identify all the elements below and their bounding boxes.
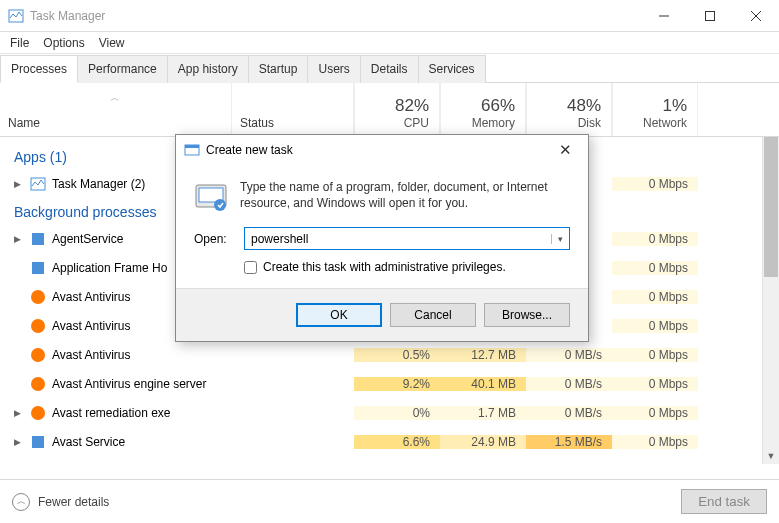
open-label: Open: <box>194 232 234 246</box>
process-name: Avast Antivirus <box>52 348 130 362</box>
process-name: Application Frame Ho <box>52 261 167 275</box>
process-name: Avast Service <box>52 435 125 449</box>
svg-rect-15 <box>185 145 199 148</box>
tab-processes[interactable]: Processes <box>0 55 78 83</box>
svg-rect-7 <box>32 262 44 274</box>
window-title: Task Manager <box>30 9 641 23</box>
menu-view[interactable]: View <box>99 36 125 50</box>
avast-icon <box>30 347 46 363</box>
table-row[interactable]: ▶ Avast remediation exe 0% 1.7 MB 0 MB/s… <box>0 398 779 427</box>
tab-users[interactable]: Users <box>308 55 360 83</box>
avast-icon <box>30 376 46 392</box>
close-button[interactable] <box>733 0 779 32</box>
expand-icon[interactable]: ▶ <box>14 408 24 418</box>
tabs: Processes Performance App history Startu… <box>0 54 779 83</box>
table-row[interactable]: Avast Antivirus engine server 9.2% 40.1 … <box>0 369 779 398</box>
col-disk[interactable]: 48% Disk <box>526 83 612 136</box>
svg-rect-13 <box>32 436 44 448</box>
create-task-dialog: Create new task ✕ Type the name of a pro… <box>175 134 589 342</box>
footer: ︿ Fewer details End task <box>0 479 779 523</box>
end-task-button[interactable]: End task <box>681 489 767 514</box>
scrollbar[interactable]: ▲ ▼ <box>762 137 779 464</box>
table-row[interactable]: ▶ Avast Service 6.6% 24.9 MB 1.5 MB/s 0 … <box>0 427 779 456</box>
tab-details[interactable]: Details <box>361 55 419 83</box>
svg-rect-2 <box>706 11 715 20</box>
process-name: Avast Antivirus <box>52 290 130 304</box>
app-icon <box>30 434 46 450</box>
tab-services[interactable]: Services <box>419 55 486 83</box>
process-name: Task Manager (2) <box>52 177 145 191</box>
svg-point-8 <box>31 290 45 304</box>
scroll-down-icon[interactable]: ▼ <box>763 447 779 464</box>
taskmanager-icon <box>30 176 46 192</box>
svg-point-9 <box>31 319 45 333</box>
app-icon <box>30 231 46 247</box>
col-name-label: Name <box>8 116 223 130</box>
col-cpu[interactable]: 82% CPU <box>354 83 440 136</box>
menu-options[interactable]: Options <box>43 36 84 50</box>
avast-icon <box>30 405 46 421</box>
open-input[interactable] <box>245 232 551 246</box>
column-headers: ︿ Name Status 82% CPU 66% Memory 48% Dis… <box>0 83 779 137</box>
menu-file[interactable]: File <box>10 36 29 50</box>
avast-icon <box>30 318 46 334</box>
expand-icon[interactable]: ▶ <box>14 437 24 447</box>
fewer-details-icon[interactable]: ︿ <box>12 493 30 511</box>
dialog-title: Create new task <box>206 143 550 157</box>
dialog-message: Type the name of a program, folder, docu… <box>240 179 570 213</box>
minimize-button[interactable] <box>641 0 687 32</box>
col-name[interactable]: ︿ Name <box>0 83 232 136</box>
chevron-down-icon[interactable]: ▾ <box>551 234 569 244</box>
svg-point-12 <box>31 406 45 420</box>
avast-icon <box>30 289 46 305</box>
cancel-button[interactable]: Cancel <box>390 303 476 327</box>
browse-button[interactable]: Browse... <box>484 303 570 327</box>
ok-button[interactable]: OK <box>296 303 382 327</box>
run-large-icon <box>194 179 228 213</box>
svg-rect-6 <box>32 233 44 245</box>
taskmanager-icon <box>8 8 24 24</box>
menubar: File Options View <box>0 32 779 54</box>
tab-startup[interactable]: Startup <box>249 55 309 83</box>
admin-label: Create this task with administrative pri… <box>263 260 506 274</box>
run-icon <box>184 142 200 158</box>
process-name: Avast Antivirus engine server <box>52 377 207 391</box>
open-combobox[interactable]: ▾ <box>244 227 570 250</box>
col-network[interactable]: 1% Network <box>612 83 698 136</box>
svg-point-18 <box>214 199 226 211</box>
titlebar: Task Manager <box>0 0 779 32</box>
scroll-thumb[interactable] <box>764 137 778 277</box>
app-icon <box>30 260 46 276</box>
fewer-details-link[interactable]: Fewer details <box>38 495 109 509</box>
sort-indicator-icon: ︿ <box>110 91 120 105</box>
process-name: Avast remediation exe <box>52 406 171 420</box>
process-name: AgentService <box>52 232 123 246</box>
expand-icon[interactable]: ▶ <box>14 179 24 189</box>
admin-checkbox[interactable] <box>244 261 257 274</box>
col-memory[interactable]: 66% Memory <box>440 83 526 136</box>
tab-apphistory[interactable]: App history <box>168 55 249 83</box>
maximize-button[interactable] <box>687 0 733 32</box>
expand-icon[interactable]: ▶ <box>14 234 24 244</box>
svg-point-11 <box>31 377 45 391</box>
dialog-close-button[interactable]: ✕ <box>550 141 580 159</box>
col-status[interactable]: Status <box>232 83 354 136</box>
svg-point-10 <box>31 348 45 362</box>
table-row[interactable]: Avast Antivirus 0.5% 12.7 MB 0 MB/s 0 Mb… <box>0 340 779 369</box>
tab-performance[interactable]: Performance <box>78 55 168 83</box>
process-name: Avast Antivirus <box>52 319 130 333</box>
